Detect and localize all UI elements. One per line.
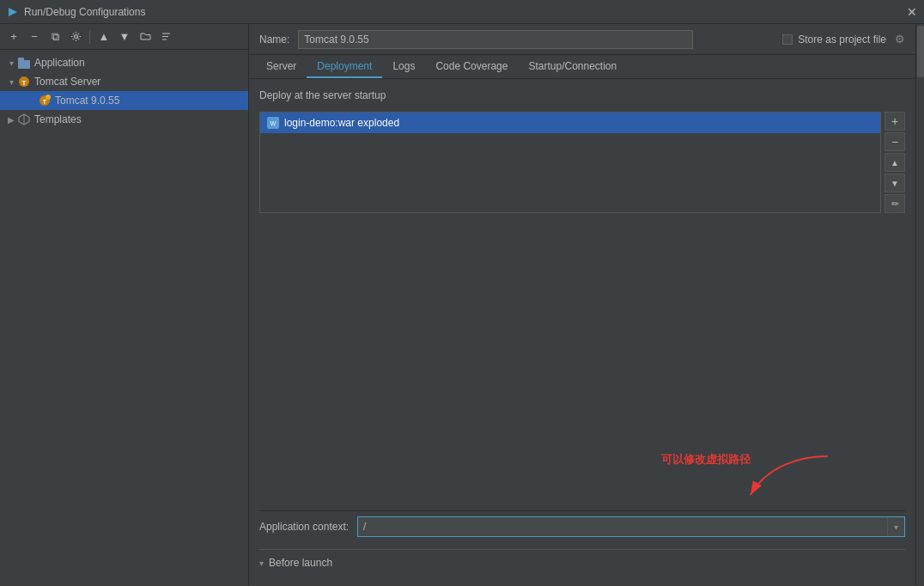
before-launch-label: Before launch xyxy=(269,557,332,569)
svg-point-1 xyxy=(74,35,77,39)
store-checkbox-area: Store as project file ⚙ xyxy=(782,33,905,46)
tree-label-templates: Templates xyxy=(34,113,82,125)
tree-arrow-application: ▾ xyxy=(5,57,17,69)
name-bar: Name: Store as project file ⚙ xyxy=(249,24,915,55)
toolbar-separator xyxy=(89,30,90,44)
title-bar: Run/Debug Configurations ✕ xyxy=(0,0,924,24)
tree-area: ▾ Application ▾ T Tomca xyxy=(0,50,248,586)
tab-startup-connection[interactable]: Startup/Connection xyxy=(518,56,627,78)
annotation-arrow xyxy=(682,448,871,504)
app-context-row: Application context: ▾ xyxy=(259,510,905,542)
tree-item-tomcat-instance[interactable]: T Tomcat 9.0.55 xyxy=(0,91,248,110)
list-action-buttons: + − ▲ ▼ ✏ xyxy=(884,112,905,213)
annotation-text: 可以修改虚拟路径 xyxy=(661,452,751,467)
artifact-icon: W xyxy=(267,117,279,129)
scrollbar-track[interactable] xyxy=(915,24,924,586)
title-bar-text: Run/Debug Configurations xyxy=(24,6,917,18)
title-bar-icon xyxy=(7,6,19,18)
tree-label-tomcat-instance: Tomcat 9.0.55 xyxy=(55,95,119,107)
add-deployment-button[interactable]: + xyxy=(884,112,905,131)
svg-rect-5 xyxy=(18,60,30,69)
svg-point-11 xyxy=(46,95,51,100)
name-label: Name: xyxy=(259,34,289,46)
tomcat-instance-icon: T xyxy=(38,94,52,107)
left-panel: + − ⧉ ▲ ▼ xyxy=(0,24,249,586)
remove-config-button[interactable]: − xyxy=(26,28,43,46)
store-project-checkbox[interactable] xyxy=(782,34,793,45)
tab-server[interactable]: Server xyxy=(256,56,307,78)
close-button[interactable]: ✕ xyxy=(907,5,917,19)
tree-item-tomcat-server[interactable]: ▾ T Tomcat Server xyxy=(0,72,248,91)
remove-deployment-button[interactable]: − xyxy=(884,132,905,151)
deployment-item-login-demo[interactable]: W login-demo:war exploded xyxy=(260,113,880,133)
move-up-deployment-button[interactable]: ▲ xyxy=(884,153,905,172)
before-launch-arrow: ▾ xyxy=(259,559,264,568)
add-config-button[interactable]: + xyxy=(5,28,22,46)
toolbar: + − ⧉ ▲ ▼ xyxy=(0,24,248,50)
annotation-area: 可以修改虚拟路径 xyxy=(259,452,905,504)
down-button[interactable]: ▼ xyxy=(116,28,133,46)
spacer xyxy=(259,220,905,445)
tab-deployment[interactable]: Deployment xyxy=(307,56,382,78)
deployment-item-label: login-demo:war exploded xyxy=(284,117,399,129)
templates-icon xyxy=(17,113,31,126)
tree-label-tomcat-server: Tomcat Server xyxy=(34,76,100,88)
up-button[interactable]: ▲ xyxy=(95,28,112,46)
right-panel: Name: Store as project file ⚙ Server Dep… xyxy=(249,24,915,586)
deploy-section-label: Deploy at the server startup xyxy=(259,89,905,101)
tree-label-application: Application xyxy=(34,57,85,69)
tree-item-application[interactable]: ▾ Application xyxy=(0,53,248,72)
store-gear-icon[interactable]: ⚙ xyxy=(895,33,905,46)
tab-code-coverage[interactable]: Code Coverage xyxy=(425,56,518,78)
svg-text:T: T xyxy=(43,99,47,105)
scrollbar-thumb[interactable] xyxy=(917,26,924,77)
app-context-dropdown-button[interactable]: ▾ xyxy=(887,517,904,536)
deployment-list-container: W login-demo:war exploded + − ▲ ▼ ✏ xyxy=(259,112,905,213)
settings-button[interactable] xyxy=(67,28,84,46)
content-area: Deploy at the server startup W login-dem… xyxy=(249,79,915,586)
sort-button[interactable] xyxy=(157,28,174,46)
app-context-input[interactable] xyxy=(358,521,887,533)
tree-arrow-templates: ▶ xyxy=(5,113,17,125)
svg-rect-6 xyxy=(18,58,24,61)
edit-deployment-button[interactable]: ✏ xyxy=(884,194,905,213)
application-icon xyxy=(17,56,31,70)
before-launch-section: ▾ Before launch xyxy=(259,549,905,576)
name-input[interactable] xyxy=(298,30,693,49)
tab-logs[interactable]: Logs xyxy=(382,56,425,78)
svg-text:W: W xyxy=(271,120,277,126)
folder-button[interactable] xyxy=(137,28,154,46)
deployment-list: W login-demo:war exploded xyxy=(259,112,881,213)
store-project-label: Store as project file xyxy=(798,34,886,46)
svg-marker-0 xyxy=(9,8,17,16)
tree-item-templates[interactable]: ▶ Templates xyxy=(0,110,248,129)
app-context-label: Application context: xyxy=(259,521,349,533)
tree-arrow-tomcat-instance xyxy=(26,95,38,107)
move-down-deployment-button[interactable]: ▼ xyxy=(884,174,905,192)
svg-text:T: T xyxy=(22,79,27,87)
copy-config-button[interactable]: ⧉ xyxy=(46,28,64,46)
tabs-bar: Server Deployment Logs Code Coverage Sta… xyxy=(249,55,915,79)
tree-arrow-tomcat: ▾ xyxy=(5,76,17,88)
app-context-input-wrap: ▾ xyxy=(357,516,905,537)
tomcat-server-icon: T xyxy=(17,75,31,89)
before-launch-header[interactable]: ▾ Before launch xyxy=(259,553,905,572)
